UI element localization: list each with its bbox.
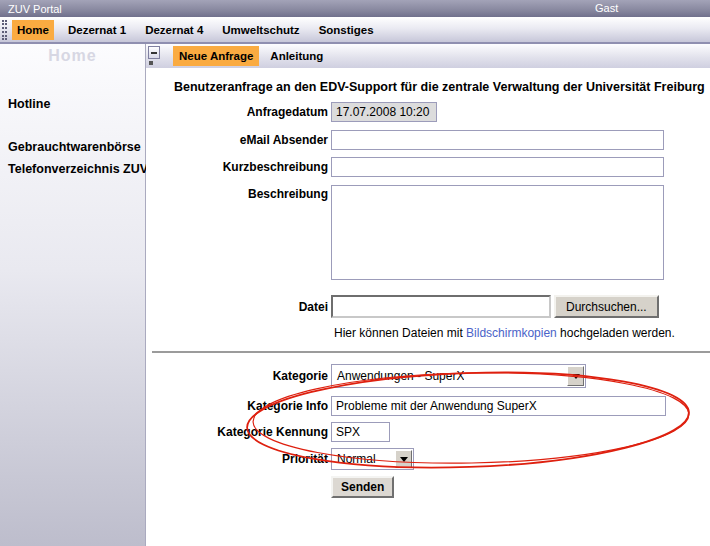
sidebar: Home Hotline Gebrauchtwarenbörse Telefon…	[0, 44, 146, 546]
sidebar-item-gebrauchtwarenboerse[interactable]: Gebrauchtwarenbörse	[0, 140, 145, 154]
form-row-kategorie-info: Kategorie Info	[146, 396, 710, 416]
beschreibung-label: Beschreibung	[146, 185, 331, 201]
form-row-prioritaet: Priorität Normal	[146, 448, 710, 470]
bildschirmkopien-link[interactable]: Bildschirmkopien	[466, 326, 557, 340]
sidebar-section-title: Home	[0, 47, 145, 65]
prioritaet-dropdown-arrow-icon[interactable]	[395, 450, 412, 468]
titlebar: ZUV Portal Gast	[0, 0, 710, 17]
anfragedatum-field	[331, 102, 437, 122]
form-title: Benutzeranfrage an den EDV-Support für d…	[174, 80, 710, 94]
form-row-anfragedatum: Anfragedatum	[146, 102, 710, 122]
upload-hint-text: Hier können Dateien mit Bildschirmkopien…	[334, 326, 710, 340]
kategorie-kennung-field[interactable]	[331, 422, 390, 442]
datei-file-field[interactable]	[331, 295, 551, 318]
form-row-kategorie-kennung: Kategorie Kennung	[146, 422, 710, 442]
tabbar: Neue Anfrage Anleitung	[146, 44, 710, 68]
collapse-dot-icon	[149, 61, 153, 65]
tab-neue-anfrage[interactable]: Neue Anfrage	[173, 46, 259, 66]
app-title: ZUV Portal	[8, 3, 62, 15]
collapse-minus-icon[interactable]	[148, 46, 160, 59]
logged-in-user: Gast	[595, 2, 618, 14]
email-absender-field[interactable]	[331, 130, 664, 150]
main-area: Home Hotline Gebrauchtwarenbörse Telefon…	[0, 44, 710, 546]
zuv-portal-window: ZUV Portal Gast Home Dezernat 1 Dezernat…	[0, 0, 710, 546]
prioritaet-select[interactable]: Normal	[331, 448, 414, 470]
support-request-form: Benutzeranfrage an den EDV-Support für d…	[146, 80, 710, 498]
kategorie-selected-value: Anwendungen - SuperX	[332, 369, 464, 383]
kategorie-dropdown-arrow-icon[interactable]	[567, 366, 584, 386]
menu-item-home[interactable]: Home	[12, 20, 54, 40]
kategorie-select[interactable]: Anwendungen - SuperX	[331, 364, 586, 388]
kurzbeschreibung-field[interactable]	[331, 157, 664, 177]
email-absender-label: eMail Absender	[146, 133, 331, 147]
menubar-drag-handle-icon[interactable]	[2, 20, 7, 40]
main-menubar: Home Dezernat 1 Dezernat 4 Umweltschutz …	[0, 17, 710, 44]
prioritaet-label: Priorität	[146, 452, 331, 466]
collapse-panel-widget[interactable]	[148, 46, 161, 65]
prioritaet-selected-value: Normal	[332, 452, 376, 466]
sidebar-item-telefonverzeichnis-zuv[interactable]: Telefonverzeichnis ZUV	[0, 162, 145, 176]
kurzbeschreibung-label: Kurzbeschreibung	[146, 160, 331, 174]
menu-item-dezernat-4[interactable]: Dezernat 4	[140, 20, 208, 40]
kategorie-info-field[interactable]	[331, 396, 666, 416]
form-row-datei: Datei Durchsuchen...	[146, 295, 710, 318]
form-row-email: eMail Absender	[146, 130, 710, 150]
kategorie-kennung-label: Kategorie Kennung	[146, 425, 331, 439]
form-row-kategorie: Kategorie Anwendungen - SuperX	[146, 364, 710, 388]
durchsuchen-button[interactable]: Durchsuchen...	[554, 295, 659, 318]
anfragedatum-label: Anfragedatum	[146, 105, 331, 119]
form-row-kurzbeschreibung: Kurzbeschreibung	[146, 157, 710, 177]
sidebar-item-hotline[interactable]: Hotline	[0, 97, 145, 111]
content-area: Neue Anfrage Anleitung Benutzeranfrage a…	[146, 44, 710, 546]
menu-item-dezernat-1[interactable]: Dezernat 1	[63, 20, 131, 40]
form-row-beschreibung: Beschreibung	[146, 185, 710, 280]
beschreibung-textarea[interactable]	[331, 185, 664, 280]
kategorie-label: Kategorie	[146, 369, 331, 383]
section-divider	[152, 351, 710, 353]
menu-item-sonstiges[interactable]: Sonstiges	[314, 20, 379, 40]
form-row-submit: Senden	[146, 476, 710, 498]
menu-item-umweltschutz[interactable]: Umweltschutz	[217, 20, 304, 40]
datei-label: Datei	[146, 300, 331, 314]
senden-button[interactable]: Senden	[331, 476, 394, 498]
upload-hint-prefix: Hier können Dateien mit	[334, 326, 466, 340]
tab-anleitung[interactable]: Anleitung	[264, 46, 329, 66]
upload-hint-suffix: hochgeladen werden.	[557, 326, 675, 340]
kategorie-info-label: Kategorie Info	[146, 399, 331, 413]
